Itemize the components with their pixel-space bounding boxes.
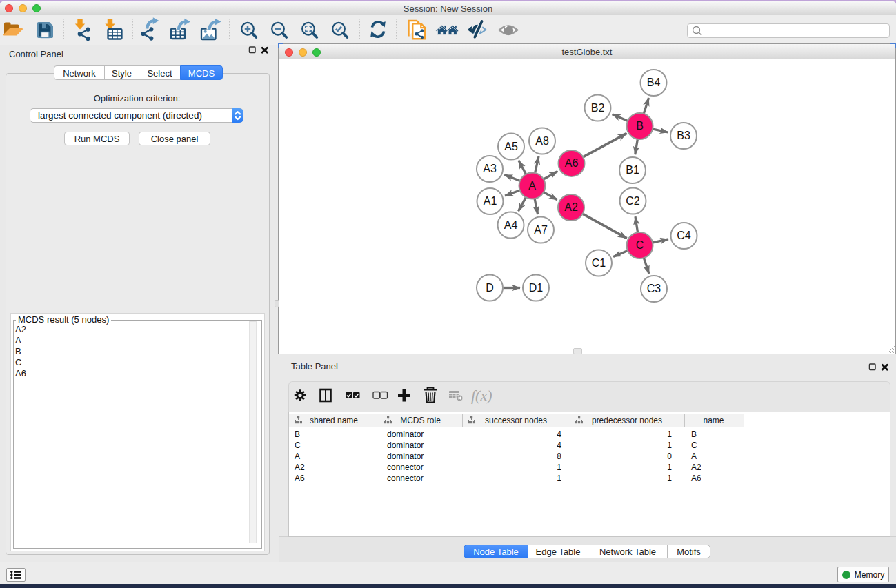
svg-text:A6: A6 [565, 157, 579, 169]
svg-text:A3: A3 [483, 163, 497, 174]
svg-text:B3: B3 [677, 130, 690, 141]
svg-text:f(x): f(x) [471, 387, 492, 404]
svg-text:C3: C3 [647, 283, 661, 294]
svg-text:C1: C1 [592, 257, 606, 269]
svg-text:A1: A1 [484, 195, 497, 207]
svg-text:B: B [636, 120, 644, 132]
svg-text:B2: B2 [591, 102, 605, 114]
svg-text:D: D [486, 282, 494, 294]
svg-text:A8: A8 [535, 135, 549, 147]
svg-text:A2: A2 [564, 201, 578, 213]
svg-text:A4: A4 [504, 219, 518, 231]
svg-text:C2: C2 [626, 195, 640, 207]
svg-text:B1: B1 [626, 164, 639, 176]
svg-text:C4: C4 [677, 230, 691, 241]
svg-text:D1: D1 [529, 282, 544, 294]
svg-text:A7: A7 [534, 224, 548, 236]
svg-text:B4: B4 [647, 77, 661, 88]
svg-text:C: C [636, 239, 644, 251]
svg-text:A: A [528, 180, 536, 192]
svg-text:A5: A5 [504, 141, 518, 152]
